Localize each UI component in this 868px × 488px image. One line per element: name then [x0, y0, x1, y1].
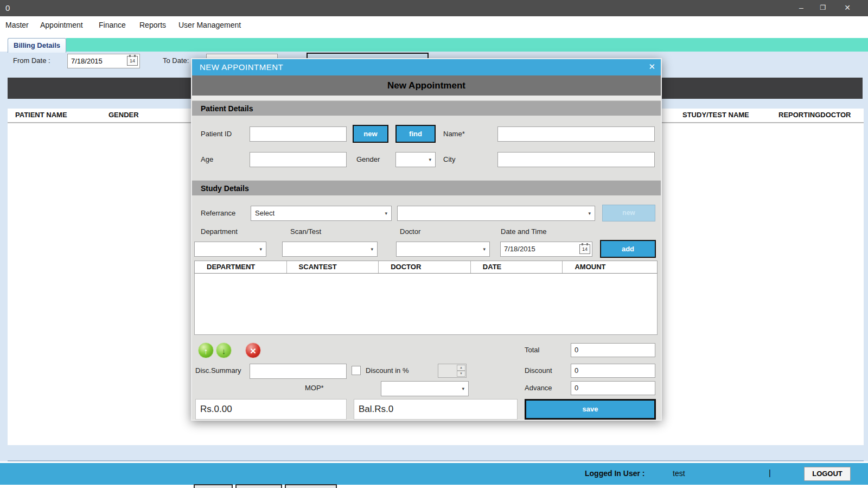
new-appointment-dialog: NEW APPOINTMENT ✕ New Appointment Patien… [191, 58, 662, 421]
delete-row-icon[interactable]: ✕ [245, 343, 261, 358]
dialog-heading: New Appointment [192, 75, 661, 96]
appointment-date-value: 7/18/2015 [504, 245, 535, 253]
study-col-scantest: SCANTEST [287, 261, 379, 273]
chevron-down-icon: ▾ [462, 382, 464, 396]
study-col-date: DATE [471, 261, 563, 273]
column-header-reportingdoctor: REPORTINGDOCTOR [778, 111, 851, 119]
add-study-button[interactable]: add [600, 240, 656, 258]
from-date-label: From Date : [13, 56, 50, 65]
calendar-icon[interactable]: 14 [127, 56, 138, 66]
patient-id-label: Patient ID [201, 130, 232, 138]
move-down-icon[interactable]: ↓ [216, 343, 232, 358]
section-patient-details: Patient Details [192, 100, 661, 116]
minimize-icon[interactable]: – [792, 0, 810, 16]
mop-label: MOP* [305, 384, 324, 392]
disc-summary-input[interactable] [250, 364, 347, 379]
status-separator: | [769, 468, 771, 477]
doctor-label: Doctor [400, 227, 420, 236]
referrance-new-button[interactable]: new [602, 205, 655, 221]
section-study-details: Study Details [192, 180, 661, 195]
offscreen-button-partial [235, 484, 282, 488]
spinner-up-icon[interactable]: ▲ [457, 365, 465, 371]
datetime-label: Date and Time [501, 227, 547, 236]
patient-find-button[interactable]: find [395, 125, 436, 143]
discount-percent-spinner[interactable]: ▲ ▼ [438, 364, 467, 378]
window-title: 0 [5, 0, 10, 16]
application-window: 0 – ❐ ✕ Master Appointment Finance Repor… [0, 0, 868, 488]
dialog-close-icon[interactable]: ✕ [648, 59, 655, 75]
name-input[interactable] [497, 126, 655, 142]
scantest-label: Scan/Test [290, 227, 321, 236]
tabstrip-background [66, 38, 868, 52]
balance-display: Bal.Rs.0 [354, 399, 518, 420]
advance-label: Advance [525, 384, 552, 392]
referrance-selected-value: Select [255, 209, 275, 217]
menu-item-finance[interactable]: Finance [97, 16, 128, 34]
discount-value: 0 [575, 366, 578, 375]
logout-button[interactable]: LOGOUT [804, 467, 851, 481]
menu-bar: Master Appointment Finance Reports User … [0, 16, 868, 34]
menu-item-user-management[interactable]: User Management [176, 16, 243, 34]
discount-percent-label: Discount in % [366, 366, 409, 375]
logged-in-username: test [673, 469, 685, 478]
age-label: Age [201, 155, 213, 163]
gender-label: Gender [356, 155, 380, 163]
patient-id-input[interactable] [250, 126, 347, 142]
status-bar: Logged In User : test | LOGOUT [0, 463, 868, 485]
amount-display: Rs.0.00 [195, 399, 347, 420]
menu-item-appointment[interactable]: Appointment [38, 16, 85, 34]
department-select[interactable]: ▾ [194, 242, 266, 257]
chevron-down-icon: ▾ [588, 206, 591, 220]
menu-item-master[interactable]: Master [3, 16, 31, 34]
advance-value: 0 [575, 384, 578, 392]
chevron-down-icon: ▾ [385, 206, 387, 220]
move-up-icon[interactable]: ↑ [198, 343, 214, 358]
dialog-titlebar: NEW APPOINTMENT ✕ [192, 59, 661, 75]
discount-label: Discount [525, 366, 552, 375]
city-label: City [443, 155, 455, 163]
calendar-icon[interactable]: 14 [579, 244, 590, 254]
chevron-down-icon: ▾ [371, 242, 373, 256]
discount-input[interactable]: 0 [571, 364, 655, 378]
patient-new-button[interactable]: new [353, 125, 388, 143]
menu-item-reports[interactable]: Reports [137, 16, 168, 34]
total-label: Total [525, 346, 539, 354]
spinner-down-icon[interactable]: ▼ [457, 371, 465, 377]
restore-icon[interactable]: ❐ [814, 0, 832, 16]
dialog-title: NEW APPOINTMENT [200, 59, 283, 75]
column-header-study-test-name: STUDY/TEST NAME [682, 111, 749, 119]
save-button[interactable]: save [525, 399, 656, 420]
tab-billing-details[interactable]: Billing Details [8, 38, 66, 53]
offscreen-button-partial [285, 484, 337, 488]
study-col-department: DEPARTMENT [195, 261, 287, 273]
column-header-gender: GENDER [108, 111, 139, 119]
total-input[interactable]: 0 [571, 343, 655, 357]
chevron-down-icon: ▾ [429, 153, 431, 167]
department-label: Department [201, 227, 238, 236]
panel-bottom-edge [8, 460, 864, 461]
total-value: 0 [575, 346, 578, 354]
referrance-select[interactable]: Select ▾ [251, 206, 392, 221]
close-icon[interactable]: ✕ [838, 0, 857, 16]
name-label: Name* [443, 130, 465, 138]
study-grid-body [194, 274, 658, 335]
age-input[interactable] [250, 152, 347, 167]
mop-select[interactable]: ▾ [381, 381, 469, 396]
appointment-date-input[interactable]: 7/18/2015 [500, 242, 592, 257]
study-grid-header: DEPARTMENT SCANTEST DOCTOR DATE AMOUNT [194, 261, 658, 274]
referrance-doctor-select[interactable]: ▾ [397, 206, 595, 221]
offscreen-button-partial [194, 484, 233, 488]
column-header-patient-name: PATIENT NAME [15, 111, 67, 119]
disc-summary-label: Disc.Summary [195, 366, 241, 375]
discount-percent-checkbox[interactable] [352, 366, 361, 375]
study-col-amount: AMOUNT [563, 261, 657, 273]
study-col-doctor: DOCTOR [379, 261, 471, 273]
scantest-select[interactable]: ▾ [282, 242, 378, 257]
doctor-select[interactable]: ▾ [396, 242, 490, 257]
advance-input[interactable]: 0 [571, 381, 655, 395]
from-date-value[interactable] [71, 57, 123, 65]
chevron-down-icon: ▾ [483, 242, 486, 256]
city-input[interactable] [497, 152, 655, 167]
referrance-label: Referrance [201, 209, 235, 217]
gender-select[interactable]: ▾ [395, 152, 436, 167]
